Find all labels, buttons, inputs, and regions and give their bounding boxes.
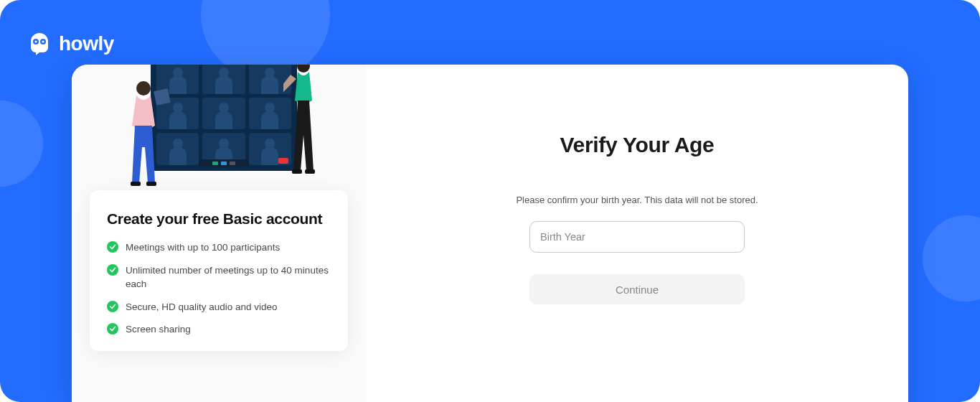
svg-rect-5 — [154, 88, 171, 106]
bg-decoration — [923, 215, 980, 302]
check-icon — [107, 241, 118, 253]
features-heading: Create your free Basic account — [107, 210, 331, 228]
birth-year-input[interactable] — [529, 221, 745, 253]
continue-button[interactable]: Continue — [529, 274, 745, 304]
person-right-illustration — [283, 65, 326, 182]
feature-item: Unlimited number of meetings up to 40 mi… — [107, 263, 331, 291]
svg-rect-7 — [146, 182, 156, 186]
features-card: Create your free Basic account Meetings … — [90, 190, 348, 351]
page-frame: howly — [0, 0, 980, 402]
svg-point-2 — [34, 40, 37, 42]
left-pane: Create your free Basic account Meetings … — [72, 65, 366, 402]
brand-logo: howly — [27, 32, 114, 56]
svg-rect-6 — [131, 182, 141, 186]
feature-text: Meetings with up to 100 participants — [126, 240, 280, 255]
svg-point-4 — [136, 81, 151, 95]
feature-text: Unlimited number of meetings up to 40 mi… — [126, 263, 331, 291]
svg-point-8 — [297, 65, 310, 73]
video-grid-illustration — [151, 65, 297, 171]
meeting-illustration — [72, 65, 366, 190]
check-icon — [107, 301, 118, 312]
person-left-illustration — [115, 75, 172, 190]
feature-item: Meetings with up to 100 participants — [107, 240, 331, 255]
check-icon — [107, 323, 118, 335]
svg-point-3 — [42, 40, 44, 42]
feature-item: Screen sharing — [107, 322, 331, 337]
bg-decoration — [0, 100, 43, 187]
svg-rect-10 — [305, 169, 315, 174]
feature-text: Screen sharing — [126, 322, 191, 337]
svg-rect-9 — [292, 169, 302, 174]
features-list: Meetings with up to 100 participants Unl… — [107, 240, 331, 337]
feature-text: Secure, HD quality audio and video — [126, 300, 278, 314]
right-pane: Verify Your Age Please confirm your birt… — [366, 65, 908, 402]
page-title: Verify Your Age — [560, 133, 714, 157]
brand-name: howly — [59, 32, 114, 55]
owl-icon — [27, 32, 52, 56]
check-icon — [107, 264, 118, 276]
feature-item: Secure, HD quality audio and video — [107, 300, 331, 314]
signup-card: Create your free Basic account Meetings … — [72, 65, 908, 402]
page-subtitle: Please confirm your birth year. This dat… — [516, 195, 758, 205]
